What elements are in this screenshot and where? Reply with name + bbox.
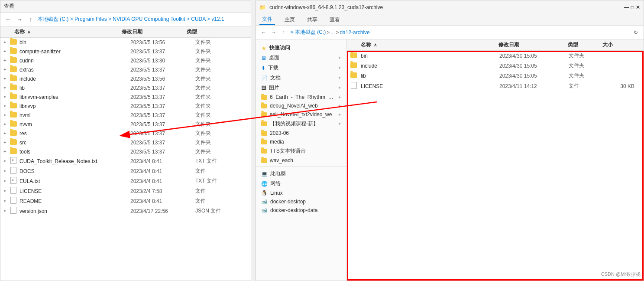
sidebar-item-docker-desktop-data[interactable]: 🐋docker-desktop-data — [256, 206, 346, 215]
file-icon-cell — [9, 177, 18, 185]
ribbon-tab-查看[interactable]: 查看 — [327, 15, 343, 24]
file-date: 2023/4/4 8:41 — [130, 158, 195, 164]
left-file-row[interactable]: ✦ nvml 2023/5/5 13:37 文件夹 — [0, 111, 251, 120]
right-content-area: ★ 快速访问🖥桌面✦⬇下载✦📄文档✦🖼图片✦6_Earth_-_The_Rhyt… — [256, 39, 644, 281]
left-file-row[interactable]: ✦ libnvvm-samples 2023/5/5 13:37 文件夹 — [0, 92, 251, 101]
left-menu-bar: 查看 — [0, 0, 251, 13]
left-file-row[interactable]: ✦ version.json 2023/4/17 22:56 JSON 文件 — [0, 206, 251, 216]
star-icon: ★ — [261, 45, 267, 52]
file-name: cudnn — [18, 58, 130, 64]
right-up-btn[interactable]: ↑ — [279, 28, 288, 37]
left-back-btn[interactable]: ← — [4, 15, 13, 24]
right-file-row[interactable]: include 2023/4/30 15:05 文件夹 — [347, 61, 644, 71]
right-file-row[interactable]: lib 2023/4/30 15:05 文件夹 — [347, 71, 644, 81]
left-file-row[interactable]: ✦ cudnn 2023/5/5 13:30 文件夹 — [0, 56, 251, 65]
left-file-row[interactable]: ✦ lib 2023/5/5 13:37 文件夹 — [0, 83, 251, 92]
sidebar-item-TTS文本转语音[interactable]: TTS文本转语音 — [256, 146, 346, 156]
left-file-row[interactable]: ✦ include 2023/5/5 13:56 文件夹 — [0, 74, 251, 83]
file-date: 2023/5/5 13:37 — [130, 67, 195, 73]
breadcrumb-local-disk[interactable]: « 本地磁盘 (C:) — [291, 29, 326, 36]
right-back-btn[interactable]: ← — [259, 28, 268, 37]
file-date: 2023/4/30 15:05 — [499, 53, 569, 59]
file-date: 2023/4/4 8:41 — [130, 198, 195, 204]
breadcrumb-archive[interactable]: da12-archive — [340, 29, 369, 36]
pin-icon: ✦ — [0, 199, 9, 203]
file-icon-cell — [9, 130, 18, 137]
file-icon-cell — [347, 62, 361, 69]
breadcrumb-ellipsis[interactable]: ... — [330, 29, 335, 36]
right-col-type-header[interactable]: 类型 — [568, 41, 602, 49]
right-col-date-header[interactable]: 修改日期 — [498, 41, 568, 49]
right-file-row[interactable]: bin 2023/4/30 15:05 文件夹 — [347, 51, 644, 61]
sidebar-item-sell_NovelAI_txt2video_we[interactable]: sell_NovelAI_txt2video_we✦ — [256, 110, 346, 119]
right-col-name-header[interactable]: 名称 ∧ — [347, 41, 498, 49]
file-name: nvml — [18, 112, 130, 118]
left-menu-view[interactable]: 查看 — [4, 3, 14, 10]
file-icon-cell — [347, 52, 361, 59]
sidebar-item-桌面[interactable]: 🖥桌面✦ — [256, 53, 346, 63]
right-col-size-header[interactable]: 大小 — [602, 41, 637, 49]
left-file-row[interactable]: ✦ README 2023/4/4 8:41 文件 — [0, 196, 251, 206]
right-explorer-window: 📁 cudnn-windows-x86_64-8.9.1.23_cuda12-a… — [256, 0, 644, 281]
left-file-row[interactable]: ✦ tools 2023/5/5 13:37 文件夹 — [0, 147, 251, 156]
left-file-row[interactable]: ✦ extras 2023/5/5 13:37 文件夹 — [0, 65, 251, 74]
left-up-btn[interactable]: ↑ — [26, 15, 35, 24]
sidebar-icon: 🐋 — [261, 199, 268, 205]
right-file-row[interactable]: LICENSE 2023/4/11 14:12 文件 30 KB — [347, 81, 644, 91]
sidebar-item-【我的视频课程-新】[interactable]: 【我的视频课程-新】✦ — [256, 119, 346, 129]
left-file-row[interactable]: ✦ bin 2023/5/5 13:56 文件夹 — [0, 38, 251, 47]
file-type: 文件夹 — [195, 139, 239, 146]
sidebar-item-文档[interactable]: 📄文档✦ — [256, 73, 346, 83]
sidebar-item-网络[interactable]: 🌐网络 — [256, 179, 346, 189]
pin-icon: ✦ — [0, 95, 9, 99]
sidebar-item-图片[interactable]: 🖼图片✦ — [256, 83, 346, 93]
sidebar-item-wav_each[interactable]: wav_each — [256, 156, 346, 165]
folder-icon — [10, 66, 17, 72]
sidebar-item-label: 6_Earth_-_The_Rhythm_Of_ — [270, 94, 335, 100]
sidebar-item-docker-desktop[interactable]: 🐋docker-desktop — [256, 197, 346, 206]
right-refresh-btn[interactable]: ↻ — [631, 28, 640, 37]
ribbon-tab-主页[interactable]: 主页 — [282, 15, 298, 24]
left-file-row[interactable]: ✦ compute-sanitizer 2023/5/5 13:37 文件夹 — [0, 47, 251, 56]
sidebar-item-Linux[interactable]: 🐧Linux — [256, 189, 346, 197]
minimize-btn[interactable]: — — [624, 4, 629, 10]
folder-icon — [350, 52, 357, 58]
left-file-row[interactable]: ✦ LICENSE 2023/2/4 7:58 文件 — [0, 186, 251, 196]
sidebar-item-6_Earth_-_The_Rhythm_Of_[interactable]: 6_Earth_-_The_Rhythm_Of_✦ — [256, 93, 346, 101]
sidebar-item-media[interactable]: media — [256, 137, 346, 146]
left-col-date-header[interactable]: 修改日期 — [122, 28, 187, 36]
folder-icon — [261, 121, 267, 126]
left-col-name-header[interactable]: 名称 ∧ — [0, 28, 122, 36]
left-file-row[interactable]: ✦ EULA.txt 2023/4/4 8:41 TXT 文件 — [0, 176, 251, 186]
right-breadcrumb[interactable]: « 本地磁盘 (C:) > ... > da12-archive — [291, 29, 629, 36]
pin-icon: ✦ — [0, 67, 9, 72]
left-file-row[interactable]: ✦ src 2023/5/5 13:37 文件夹 — [0, 138, 251, 147]
ribbon-tab-文件[interactable]: 文件 — [259, 15, 275, 25]
ribbon-tab-共享[interactable]: 共享 — [304, 15, 320, 24]
file-date: 2023/5/5 13:37 — [130, 49, 195, 55]
file-name: nvvm — [18, 121, 130, 127]
left-forward-btn[interactable]: → — [15, 15, 24, 24]
left-col-type-header[interactable]: 类型 — [187, 28, 230, 36]
left-file-row[interactable]: ✦ libnvvp 2023/5/5 13:37 文件夹 — [0, 101, 251, 111]
file-name: libnvvp — [18, 103, 130, 109]
file-type: 文件夹 — [195, 121, 239, 128]
file-date: 2023/4/30 15:05 — [499, 73, 569, 79]
file-type: 文件夹 — [195, 102, 239, 110]
left-file-row[interactable]: ✦ DOCS 2023/4/4 8:41 文件 — [0, 166, 251, 176]
left-file-row[interactable]: ✦ res 2023/5/5 13:37 文件夹 — [0, 129, 251, 138]
left-file-row[interactable]: ✦ nvvm 2023/5/5 13:37 文件夹 — [0, 120, 251, 129]
image-icon: 🖼 — [261, 85, 266, 91]
sidebar-item-2023-06[interactable]: 2023-06 — [256, 129, 346, 137]
close-btn[interactable]: ✕ — [636, 4, 640, 10]
file-type: 文件夹 — [569, 52, 603, 59]
left-file-row[interactable]: ✦ CUDA_Toolkit_Release_Notes.txt 2023/4/… — [0, 156, 251, 166]
right-forward-btn[interactable]: → — [269, 28, 278, 37]
sidebar-item-下载[interactable]: ⬇下载✦ — [256, 63, 346, 73]
pin-icon: ✦ — [0, 149, 9, 154]
sidebar-item-debug_NovelAI_web[interactable]: debug_NovelAI_web✦ — [256, 101, 346, 110]
sidebar-item-此电脑[interactable]: 💻此电脑 — [256, 169, 346, 179]
file-type: 文件夹 — [195, 148, 239, 155]
maximize-btn[interactable]: □ — [631, 4, 634, 10]
left-breadcrumb[interactable]: 本地磁盘 (C:) > Program Files > NVIDIA GPU C… — [38, 16, 224, 23]
